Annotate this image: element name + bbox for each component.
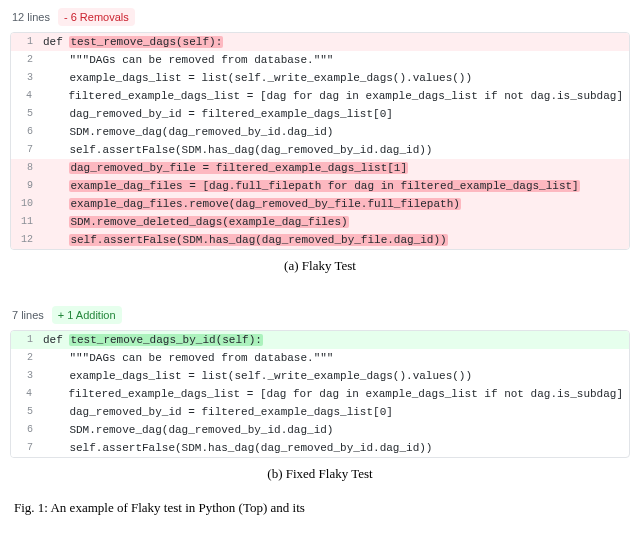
code-line: 4 filtered_example_dags_list = [dag for … bbox=[11, 385, 629, 403]
diff-meta-a: 12 lines - 6 Removals bbox=[10, 6, 630, 32]
code-line: 2 """DAGs can be removed from database."… bbox=[11, 349, 629, 367]
line-number: 2 bbox=[11, 51, 39, 69]
code-line: 10 example_dag_files.remove(dag_removed_… bbox=[11, 195, 629, 213]
code-text: filtered_example_dags_list = [dag for da… bbox=[38, 87, 629, 105]
code-line: 3 example_dags_list = list(self._write_e… bbox=[11, 69, 629, 87]
line-number: 10 bbox=[11, 195, 39, 213]
code-line: 6 SDM.remove_dag(dag_removed_by_id.dag_i… bbox=[11, 421, 629, 439]
line-number: 4 bbox=[11, 87, 38, 105]
diff-highlight: dag_removed_by_file = filtered_example_d… bbox=[69, 162, 408, 174]
removals-badge: - 6 Removals bbox=[58, 8, 135, 26]
line-number: 5 bbox=[11, 403, 39, 421]
code-text: self.assertFalse(SDM.has_dag(dag_removed… bbox=[39, 141, 629, 159]
subcaption-b: (b) Fixed Flaky Test bbox=[10, 466, 630, 482]
line-number: 1 bbox=[11, 33, 39, 51]
code-text: example_dags_list = list(self._write_exa… bbox=[39, 69, 629, 87]
code-text: def test_remove_dags_by_id(self): bbox=[39, 331, 629, 349]
code-line: 4 filtered_example_dags_list = [dag for … bbox=[11, 87, 629, 105]
code-block-flaky: 1def test_remove_dags(self):2 """DAGs ca… bbox=[10, 32, 630, 250]
code-text: dag_removed_by_file = filtered_example_d… bbox=[39, 159, 629, 177]
code-text: dag_removed_by_id = filtered_example_dag… bbox=[39, 105, 629, 123]
code-text: example_dags_list = list(self._write_exa… bbox=[39, 367, 629, 385]
subcaption-a: (a) Flaky Test bbox=[10, 258, 630, 274]
line-number: 2 bbox=[11, 349, 39, 367]
code-line: 6 SDM.remove_dag(dag_removed_by_id.dag_i… bbox=[11, 123, 629, 141]
figure-caption: Fig. 1: An example of Flaky test in Pyth… bbox=[10, 500, 630, 516]
code-text: example_dag_files.remove(dag_removed_by_… bbox=[39, 195, 629, 213]
code-block-fixed: 1def test_remove_dags_by_id(self):2 """D… bbox=[10, 330, 630, 458]
code-text: filtered_example_dags_list = [dag for da… bbox=[38, 385, 629, 403]
code-text: self.assertFalse(SDM.has_dag(dag_removed… bbox=[39, 439, 629, 457]
code-line: 1def test_remove_dags(self): bbox=[11, 33, 629, 51]
line-number: 5 bbox=[11, 105, 39, 123]
code-text: SDM.remove_dag(dag_removed_by_id.dag_id) bbox=[39, 123, 629, 141]
line-number: 4 bbox=[11, 385, 38, 403]
code-text: SDM.remove_dag(dag_removed_by_id.dag_id) bbox=[39, 421, 629, 439]
diff-highlight: SDM.remove_deleted_dags(example_dag_file… bbox=[69, 216, 348, 228]
line-number: 3 bbox=[11, 367, 39, 385]
line-number: 8 bbox=[11, 159, 39, 177]
code-line: 8 dag_removed_by_file = filtered_example… bbox=[11, 159, 629, 177]
line-number: 7 bbox=[11, 141, 39, 159]
code-text: self.assertFalse(SDM.has_dag(dag_removed… bbox=[39, 231, 629, 249]
code-line: 9 example_dag_files = [dag.full_filepath… bbox=[11, 177, 629, 195]
code-line: 3 example_dags_list = list(self._write_e… bbox=[11, 367, 629, 385]
code-text: def test_remove_dags(self): bbox=[39, 33, 629, 51]
diff-meta-b: 7 lines + 1 Addition bbox=[10, 304, 630, 330]
code-text: dag_removed_by_id = filtered_example_dag… bbox=[39, 403, 629, 421]
line-number: 6 bbox=[11, 123, 39, 141]
code-line: 2 """DAGs can be removed from database."… bbox=[11, 51, 629, 69]
line-count-a: 12 lines bbox=[12, 11, 50, 23]
line-number: 9 bbox=[11, 177, 39, 195]
line-number: 6 bbox=[11, 421, 39, 439]
code-line: 11 SDM.remove_deleted_dags(example_dag_f… bbox=[11, 213, 629, 231]
line-number: 3 bbox=[11, 69, 39, 87]
line-number: 1 bbox=[11, 331, 39, 349]
diff-highlight: self.assertFalse(SDM.has_dag(dag_removed… bbox=[69, 234, 447, 246]
line-number: 11 bbox=[11, 213, 39, 231]
line-count-b: 7 lines bbox=[12, 309, 44, 321]
code-text: example_dag_files = [dag.full_filepath f… bbox=[39, 177, 629, 195]
code-text: SDM.remove_deleted_dags(example_dag_file… bbox=[39, 213, 629, 231]
additions-badge: + 1 Addition bbox=[52, 306, 122, 324]
diff-highlight: example_dag_files.remove(dag_removed_by_… bbox=[69, 198, 460, 210]
diff-highlight: test_remove_dags(self): bbox=[69, 36, 223, 48]
code-line: 12 self.assertFalse(SDM.has_dag(dag_remo… bbox=[11, 231, 629, 249]
code-line: 5 dag_removed_by_id = filtered_example_d… bbox=[11, 403, 629, 421]
diff-highlight: test_remove_dags_by_id(self): bbox=[69, 334, 262, 346]
code-line: 7 self.assertFalse(SDM.has_dag(dag_remov… bbox=[11, 141, 629, 159]
code-line: 1def test_remove_dags_by_id(self): bbox=[11, 331, 629, 349]
code-text: """DAGs can be removed from database.""" bbox=[39, 51, 629, 69]
code-text: """DAGs can be removed from database.""" bbox=[39, 349, 629, 367]
line-number: 12 bbox=[11, 231, 39, 249]
line-number: 7 bbox=[11, 439, 39, 457]
diff-highlight: example_dag_files = [dag.full_filepath f… bbox=[69, 180, 579, 192]
code-line: 5 dag_removed_by_id = filtered_example_d… bbox=[11, 105, 629, 123]
code-line: 7 self.assertFalse(SDM.has_dag(dag_remov… bbox=[11, 439, 629, 457]
